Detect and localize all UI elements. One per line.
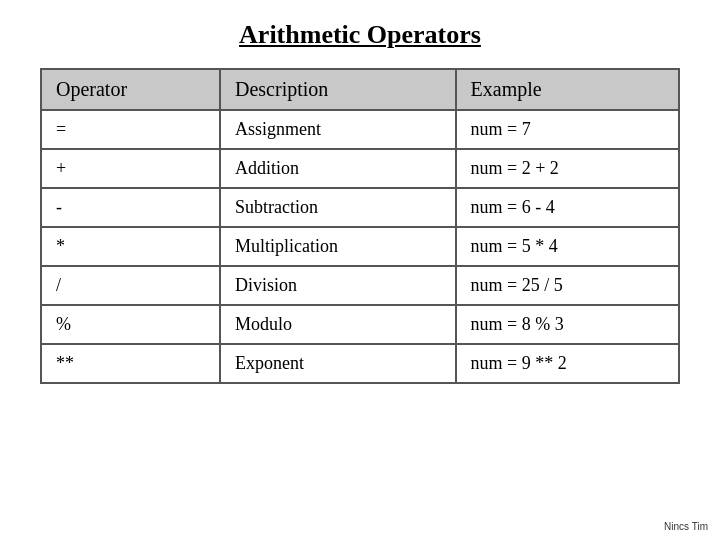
cell-operator: - [41,188,220,227]
col-header-description: Description [220,69,456,110]
cell-description: Division [220,266,456,305]
cell-example: num = 9 ** 2 [456,344,679,383]
cell-description: Assignment [220,110,456,149]
table-row: %Modulonum = 8 % 3 [41,305,679,344]
cell-description: Exponent [220,344,456,383]
cell-description: Addition [220,149,456,188]
table-row: +Additionnum = 2 + 2 [41,149,679,188]
table-header-row: Operator Description Example [41,69,679,110]
cell-operator: / [41,266,220,305]
table-row: **Exponentnum = 9 ** 2 [41,344,679,383]
col-header-example: Example [456,69,679,110]
cell-operator: * [41,227,220,266]
cell-description: Multiplication [220,227,456,266]
cell-operator: ** [41,344,220,383]
cell-operator: = [41,110,220,149]
operators-table: Operator Description Example =Assignment… [40,68,680,384]
cell-operator: + [41,149,220,188]
table-row: -Subtractionnum = 6 - 4 [41,188,679,227]
cell-example: num = 8 % 3 [456,305,679,344]
col-header-operator: Operator [41,69,220,110]
cell-example: num = 6 - 4 [456,188,679,227]
footer-text: Nincs Tim [664,521,708,532]
cell-example: num = 2 + 2 [456,149,679,188]
cell-description: Subtraction [220,188,456,227]
page-title: Arithmetic Operators [239,20,481,50]
cell-description: Modulo [220,305,456,344]
cell-example: num = 25 / 5 [456,266,679,305]
cell-operator: % [41,305,220,344]
table-row: /Divisionnum = 25 / 5 [41,266,679,305]
table-row: *Multiplicationnum = 5 * 4 [41,227,679,266]
cell-example: num = 5 * 4 [456,227,679,266]
cell-example: num = 7 [456,110,679,149]
table-row: =Assignmentnum = 7 [41,110,679,149]
